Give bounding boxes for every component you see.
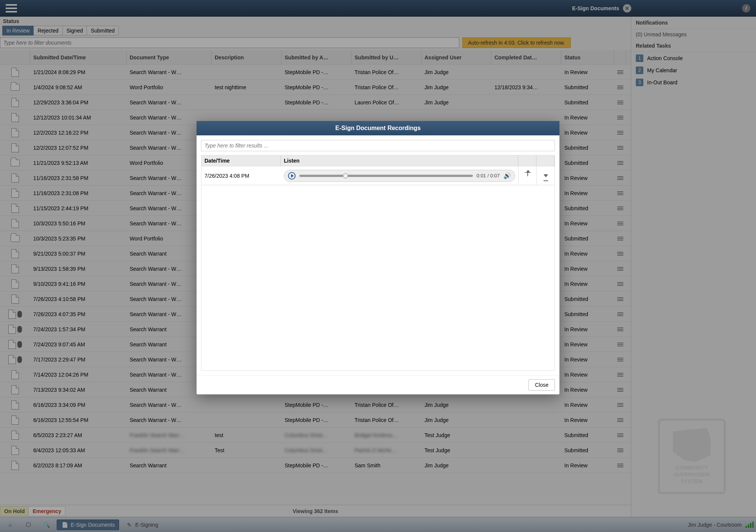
audio-player[interactable]: 0:01 / 0:07 🔊	[284, 170, 515, 182]
modal-col-datetime[interactable]: Date/Time	[201, 155, 281, 166]
volume-icon[interactable]: 🔊	[503, 172, 511, 179]
modal-title: E-Sign Document Recordings	[197, 121, 559, 135]
recordings-modal: E-Sign Document Recordings Date/Time Lis…	[197, 121, 559, 394]
seek-slider[interactable]	[299, 175, 473, 177]
modal-col-listen[interactable]: Listen	[281, 155, 518, 166]
upload-button[interactable]	[518, 166, 536, 185]
play-button[interactable]	[288, 172, 296, 180]
close-button[interactable]: Close	[528, 379, 555, 391]
upload-icon	[524, 172, 531, 179]
recording-row[interactable]: 7/26/2023 4:08 PM 0:01 / 0:07 🔊	[201, 166, 555, 185]
modal-col-download	[536, 155, 555, 166]
download-button[interactable]	[536, 166, 555, 185]
recording-datetime: 7/26/2023 4:08 PM	[201, 173, 281, 179]
modal-col-upload	[518, 155, 536, 166]
playback-time: 0:01 / 0:07	[477, 173, 500, 178]
modal-filter-input[interactable]	[201, 140, 555, 151]
download-icon	[544, 174, 548, 177]
